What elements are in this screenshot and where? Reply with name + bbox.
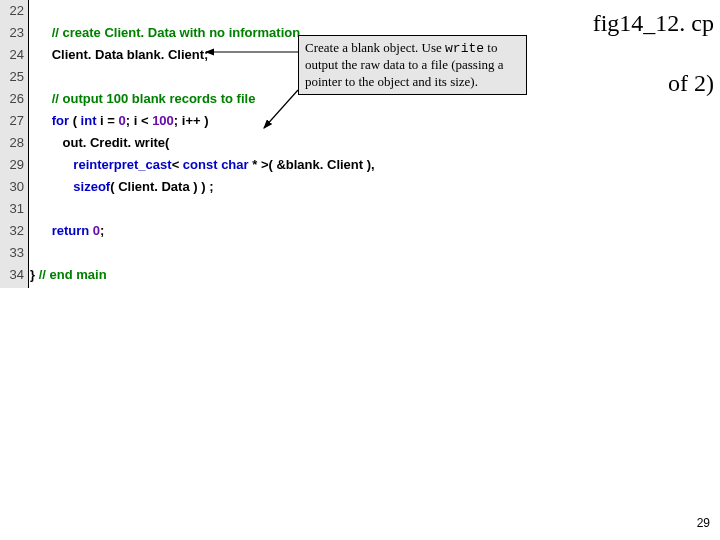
code-text: out. Credit. write( — [63, 135, 170, 150]
line-number: 29 — [0, 154, 28, 176]
line-number: 27 — [0, 110, 28, 132]
comment-text: // end main — [39, 267, 107, 282]
line-number: 26 — [0, 88, 28, 110]
line-number: 25 — [0, 66, 28, 88]
line-number: 34 — [0, 264, 28, 286]
keyword: const — [183, 157, 218, 172]
line-number-gutter: 22 23 24 25 26 27 28 29 30 31 32 33 34 — [0, 0, 28, 286]
keyword: int — [81, 113, 97, 128]
literal: 100 — [152, 113, 174, 128]
line-number: 28 — [0, 132, 28, 154]
keyword: reinterpret_cast — [73, 157, 171, 172]
line-number: 23 — [0, 22, 28, 44]
comment-text: // create Client. Data with no informati… — [52, 25, 300, 40]
annotation-callout: Create a blank object. Use write to outp… — [298, 35, 527, 95]
code-line — [30, 198, 720, 220]
code-line: out. Credit. write( — [30, 132, 720, 154]
line-number: 33 — [0, 242, 28, 264]
line-number: 24 — [0, 44, 28, 66]
line-number: 32 — [0, 220, 28, 242]
slide-title: fig14_12. cp — [593, 10, 714, 37]
callout-code: write — [445, 41, 484, 56]
code-line: return 0; — [30, 220, 720, 242]
code-line: reinterpret_cast< const char * >( &blank… — [30, 154, 720, 176]
line-number: 31 — [0, 198, 28, 220]
code-line: for ( int i = 0; i < 100; i++ ) — [30, 110, 720, 132]
comment-text: // output 100 blank records to file — [52, 91, 256, 106]
callout-text: Create a blank object. Use — [305, 40, 445, 55]
keyword: return — [52, 223, 90, 238]
literal: 0 — [119, 113, 126, 128]
keyword: for — [52, 113, 69, 128]
code-line — [30, 242, 720, 264]
page-number: 29 — [697, 516, 710, 530]
line-number: 30 — [0, 176, 28, 198]
slide-subtitle: of 2) — [668, 70, 714, 97]
literal: 0 — [93, 223, 100, 238]
line-number: 22 — [0, 0, 28, 22]
code-text: Client. Data blank. Client; — [52, 47, 209, 62]
keyword: sizeof — [73, 179, 110, 194]
code-line: } // end main — [30, 264, 720, 286]
code-line: sizeof( Client. Data ) ) ; — [30, 176, 720, 198]
keyword: char — [221, 157, 248, 172]
